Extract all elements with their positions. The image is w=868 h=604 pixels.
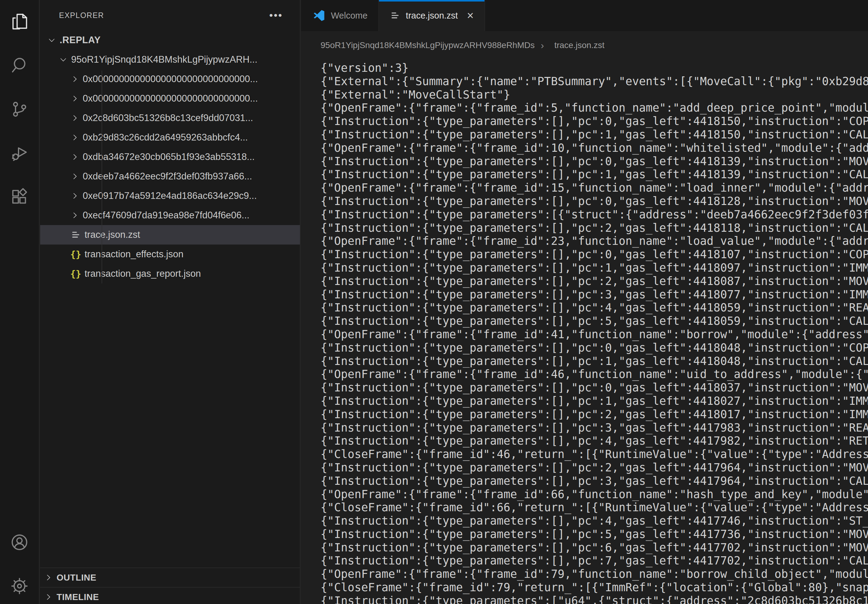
tree-indent-guide <box>102 71 102 283</box>
code-line: {"Instruction":{"type_parameters":[],"pc… <box>321 221 868 235</box>
more-actions-icon[interactable]: ••• <box>269 14 283 17</box>
settings-gear-icon[interactable] <box>9 576 29 596</box>
json-icon: {} <box>69 249 83 260</box>
chevron-right-icon <box>69 192 81 200</box>
tree-folder-0xe0917b74a5912e4ad186ac634e29c9[interactable]: 0xe0917b74a5912e4ad186ac634e29c9... <box>40 186 300 206</box>
tab-label: trace.json.zst <box>406 11 458 21</box>
tree-folder-0xb29d83c26cdd2a64959263abbcfc4[interactable]: 0xb29d83c26cdd2a64959263abbcfc4... <box>40 128 300 147</box>
chevron-right-icon <box>69 172 81 181</box>
chevron-right-icon <box>69 75 81 83</box>
search-icon[interactable] <box>9 55 29 76</box>
code-line: {"Instruction":{"type_parameters":[],"pc… <box>321 248 868 261</box>
tree-file-trace-json-zst[interactable]: trace.json.zst <box>40 225 300 245</box>
chevron-right-icon <box>69 94 81 103</box>
json-icon: {} <box>69 268 83 279</box>
code-line: {"Instruction":{"type_parameters":[],"pc… <box>321 395 868 408</box>
code-line: {"Instruction":{"type_parameters":["u64"… <box>321 594 868 604</box>
tree-item-label: 0xecf47609d7da919ea98e7fd04f6e06... <box>83 210 250 221</box>
tree-folder-0x000000000000000000000000000000[interactable]: 0x000000000000000000000000000000... <box>40 89 300 108</box>
account-icon[interactable] <box>9 532 29 552</box>
code-line: {"Instruction":{"type_parameters":[],"pc… <box>321 381 868 395</box>
code-line: {"External":{"Summary":{"name":"PTBSumma… <box>321 75 868 88</box>
code-line: {"Instruction":{"type_parameters":[],"pc… <box>321 195 868 208</box>
tree-folder-0xdba34672e30cb065b1f93e3ab55318[interactable]: 0xdba34672e30cb065b1f93e3ab55318... <box>40 147 300 167</box>
tree-folder-0x000000000000000000000000000000[interactable]: 0x000000000000000000000000000000... <box>40 69 300 89</box>
section-outline[interactable]: OUTLINE <box>40 567 300 587</box>
tree-item-label: 0x000000000000000000000000000000... <box>83 93 258 104</box>
code-line: {"Instruction":{"type_parameters":[],"pc… <box>321 288 868 301</box>
activity-bar-bottom <box>9 532 29 596</box>
tree-folder-0xecf47609d7da919ea98e7fd04f6e06[interactable]: 0xecf47609d7da919ea98e7fd04f6e06... <box>40 206 300 225</box>
code-line: {"Instruction":{"type_parameters":[],"pc… <box>321 541 868 554</box>
code-line: {"Instruction":{"type_parameters":[],"pc… <box>321 275 868 288</box>
code-line: {"Instruction":{"type_parameters":[],"pc… <box>321 421 868 435</box>
code-line: {"OpenFrame":{"frame":{"frame_id":23,"fu… <box>321 234 868 248</box>
chevron-right-icon <box>69 114 81 122</box>
section-timeline[interactable]: TIMELINE <box>40 587 300 604</box>
tree-folder-0x2c8d603bc51326b8c13cef9dd07031[interactable]: 0x2c8d603bc51326b8c13cef9dd07031... <box>40 108 300 128</box>
code-line: {"version":3} <box>321 62 868 75</box>
chevron-down-icon <box>57 55 69 64</box>
code-line: {"OpenFrame":{"frame":{"frame_id":15,"fu… <box>321 181 868 195</box>
tree-file-transaction-gas-report-json[interactable]: {}transaction_gas_report.json <box>40 264 300 283</box>
tree-item-label: 0xdba34672e30cb065b1f93e3ab55318... <box>83 152 254 163</box>
code-line: {"Instruction":{"type_parameters":[],"pc… <box>321 461 868 474</box>
tree-item-label: 0xb29d83c26cdd2a64959263abbcfc4... <box>83 132 248 143</box>
tree-item-label: 0x2c8d603bc51326b8c13cef9dd07031... <box>83 113 253 124</box>
code-line: {"Instruction":{"type_parameters":[],"pc… <box>321 554 868 567</box>
sidebar-header: EXPLORER ••• <box>40 0 300 30</box>
tree-folder-replay[interactable]: .REPLAY <box>40 30 300 50</box>
source-control-icon[interactable] <box>9 99 29 119</box>
tab-label: Welcome <box>331 11 367 21</box>
breadcrumb-separator-icon: › <box>541 40 544 51</box>
files-icon[interactable] <box>9 12 29 32</box>
extensions-icon[interactable] <box>9 187 29 207</box>
tree-item-label: trace.json.zst <box>85 229 140 240</box>
code-line: {"OpenFrame":{"frame":{"frame_id":5,"fun… <box>321 101 868 115</box>
code-line: {"Instruction":{"type_parameters":[],"pc… <box>321 168 868 181</box>
close-icon[interactable]: × <box>467 10 474 21</box>
breadcrumb-folder[interactable]: 95oR1YipjSnqd18K4BMshkLgPijypwzARHV988eR… <box>321 40 535 50</box>
code-line: {"Instruction":{"type_parameters":[],"pc… <box>321 128 868 141</box>
tree-folder-95or1yipjsnqd18k4bmshklgpijypwza[interactable]: 95oR1YipjSnqd18K4BMshkLgPijypwzARH... <box>40 50 300 69</box>
code-line: {"OpenFrame":{"frame":{"frame_id":41,"fu… <box>321 328 868 341</box>
code-line: {"OpenFrame":{"frame":{"frame_id":79,"fu… <box>321 567 868 581</box>
code-line: {"OpenFrame":{"frame":{"frame_id":46,"fu… <box>321 368 868 381</box>
chevron-down-icon <box>46 36 58 44</box>
code-line: {"Instruction":{"type_parameters":[],"pc… <box>321 301 868 314</box>
code-line: {"Instruction":{"type_parameters":[],"pc… <box>321 528 868 541</box>
code-line: {"Instruction":{"type_parameters":[],"pc… <box>321 355 868 368</box>
tree-folder-0xdeeb7a4662eec9f2f3def03fb937a6[interactable]: 0xdeeb7a4662eec9f2f3def03fb937a66... <box>40 167 300 186</box>
code-line: {"OpenFrame":{"frame":{"frame_id":10,"fu… <box>321 141 868 155</box>
editor-area: Welcometrace.json.zst× 95oR1YipjSnqd18K4… <box>301 0 868 604</box>
code-line: {"Instruction":{"type_parameters":[],"pc… <box>321 434 868 448</box>
sidebar-title: EXPLORER <box>59 11 104 20</box>
activity-bar <box>0 0 40 604</box>
section-label: OUTLINE <box>57 573 96 583</box>
breadcrumb-file[interactable]: trace.json.zst <box>550 40 604 50</box>
list-file-icon <box>390 10 400 21</box>
tree-item-label: 0x000000000000000000000000000000... <box>83 74 258 85</box>
file-tree: .REPLAY95oR1YipjSnqd18K4BMshkLgPijypwzAR… <box>40 30 300 283</box>
list-file-icon <box>69 229 83 240</box>
tab-bar: Welcometrace.json.zst× <box>301 0 868 31</box>
code-line: {"Instruction":{"type_parameters":[],"pc… <box>321 341 868 355</box>
breadcrumb: 95oR1YipjSnqd18K4BMshkLgPijypwzARHV988eR… <box>301 31 868 60</box>
tab-welcome[interactable]: Welcome <box>301 0 379 31</box>
chevron-right-icon <box>40 593 57 601</box>
tab-trace-json-zst[interactable]: trace.json.zst× <box>379 0 485 31</box>
code-line: {"Instruction":{"type_parameters":[{"str… <box>321 208 868 221</box>
breadcrumb-file-label: trace.json.zst <box>555 40 604 50</box>
code-line: {"Instruction":{"type_parameters":[],"pc… <box>321 408 868 421</box>
tree-file-transaction-effects-json[interactable]: {}transaction_effects.json <box>40 245 300 264</box>
editor-content[interactable]: {"version":3}{"External":{"Summary":{"na… <box>301 60 868 604</box>
run-debug-icon[interactable] <box>9 143 29 163</box>
tree-item-label: .REPLAY <box>60 35 101 46</box>
code-line: {"OpenFrame":{"frame":{"frame_id":66,"fu… <box>321 488 868 501</box>
vscode-logo-icon <box>312 9 326 22</box>
code-line: {"Instruction":{"type_parameters":[],"pc… <box>321 314 868 328</box>
chevron-right-icon <box>69 211 81 220</box>
code-line: {"CloseFrame":{"frame_id":66,"return_":[… <box>321 501 868 514</box>
tree-item-label: 95oR1YipjSnqd18K4BMshkLgPijypwzARH... <box>71 54 257 65</box>
explorer-sidebar: EXPLORER ••• .REPLAY95oR1YipjSnqd18K4BMs… <box>40 0 301 604</box>
